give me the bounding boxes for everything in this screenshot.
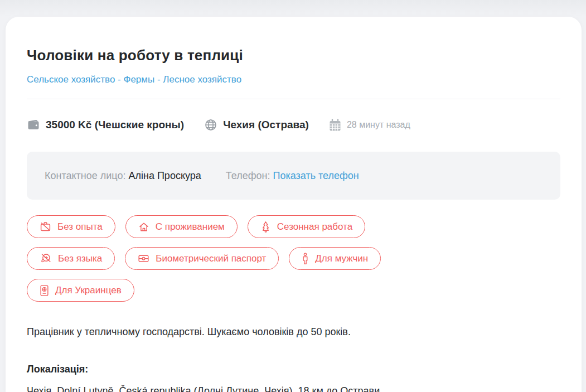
posted-item: 28 минут назад [329, 119, 410, 132]
job-listing-card: Чоловіки на роботу в теплиці Сельское хо… [6, 17, 582, 392]
tag-label: Для Украинцев [55, 285, 122, 296]
tag-for-ukrainians[interactable]: Для Украинцев [27, 279, 134, 302]
tag-biometric-passport[interactable]: Биометрический паспорт [125, 247, 279, 270]
tag-label: Для мужчин [315, 253, 368, 264]
contact-phone-label: Телефон: [226, 170, 270, 181]
tag-label: Биометрический паспорт [156, 253, 266, 264]
breadcrumb[interactable]: Сельское хозяйство - Фермы - Лесное хозя… [27, 74, 241, 85]
contact-person: Контактное лицо: Аліна Проскура [45, 170, 201, 182]
salary-item: 35000 Kč (Чешские кроны) [27, 118, 184, 132]
contact-phone: Телефон: Показать телефон [226, 170, 359, 182]
tag-for-men[interactable]: Для мужчин [289, 247, 381, 270]
housing-icon [138, 221, 149, 233]
seasonal-work-icon [260, 221, 271, 233]
location-value: Чехия (Острава) [223, 119, 309, 131]
globe-icon [204, 118, 217, 132]
tag-label: Без опыта [57, 221, 103, 233]
tag-label: Без языка [58, 253, 102, 264]
tag-seasonal-work[interactable]: Сезонная работа [248, 215, 365, 238]
tag-no-experience[interactable]: Без опыта [27, 215, 115, 238]
tag-label: Сезонная работа [277, 221, 352, 233]
localization-heading: Локалізація: [27, 364, 566, 375]
no-experience-icon [40, 221, 51, 233]
job-description: Працівник у тепличному господарстві. Шук… [27, 326, 566, 338]
meta-row: 35000 Kč (Чешские кроны) Чехия (Острава) [27, 118, 566, 132]
location-item: Чехия (Острава) [204, 118, 309, 132]
divider [27, 99, 560, 99]
no-language-icon [40, 253, 52, 264]
localization-address: Чехія, Dolní Lutyně, Česká republika (До… [27, 382, 566, 392]
contact-person-name: Аліна Проскура [128, 170, 201, 181]
contact-person-label: Контактное лицо: [45, 170, 125, 181]
for-ukrainians-icon [40, 284, 49, 297]
tag-housing[interactable]: С проживанием [125, 215, 238, 238]
show-phone-link[interactable]: Показать телефон [273, 170, 359, 181]
contact-panel: Контактное лицо: Аліна Проскура Телефон:… [27, 152, 560, 200]
biometric-passport-icon [138, 253, 149, 264]
posted-value: 28 минут назад [347, 120, 410, 130]
tag-label: С проживанием [156, 221, 225, 233]
wallet-icon [27, 118, 40, 132]
tag-no-language[interactable]: Без языка [27, 247, 115, 270]
for-men-icon [302, 253, 309, 265]
calendar-icon [329, 119, 341, 132]
page-title: Чоловіки на роботу в теплиці [27, 47, 566, 64]
salary-value: 35000 Kč (Чешские кроны) [46, 119, 184, 131]
tags-container: Без опыта С проживанием Сезонная работа [27, 215, 451, 302]
